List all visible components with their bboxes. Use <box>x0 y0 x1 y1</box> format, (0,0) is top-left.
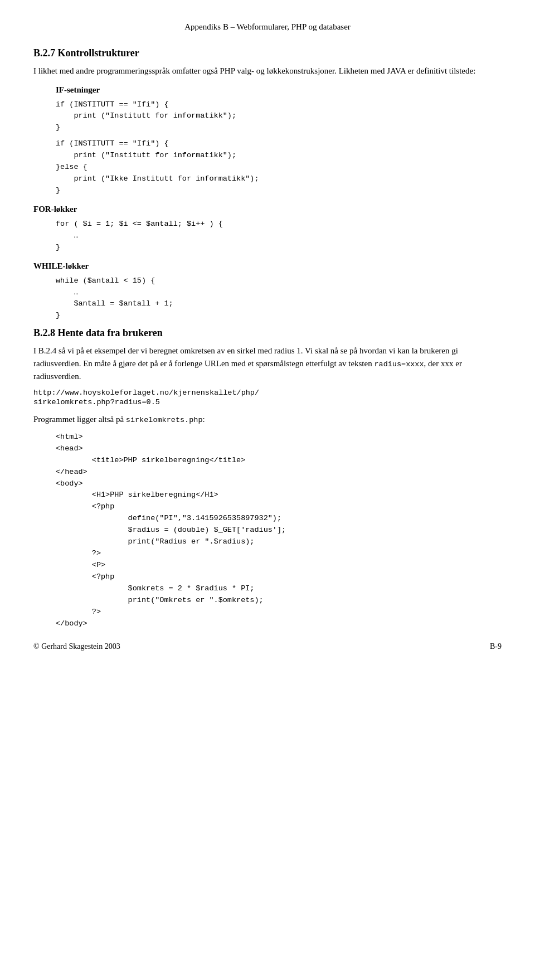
section-b27-intro: I likhet med andre programmeringsspråk o… <box>33 65 502 77</box>
para2-pre: Programmet ligger altså på <box>33 415 126 424</box>
url-line2: sirkelomkrets.php?radius=0.5 <box>33 398 502 406</box>
while-code: while ($antall < 15) { … $antall = $anta… <box>56 275 502 322</box>
footer-right: B-9 <box>490 642 502 651</box>
if-label: IF-setninger <box>56 85 502 95</box>
header-text: Appendiks B – Webformularer, PHP og data… <box>184 22 351 31</box>
section-b27-title: B.2.7 Kontrollstrukturer <box>33 47 502 59</box>
html-code-block: <html> <head> <title>PHP sirkelberegning… <box>56 431 502 630</box>
for-label: FOR-løkker <box>33 205 502 214</box>
para2-code: sirkelomkrets.php <box>126 416 203 424</box>
while-label: WHILE-løkker <box>33 261 502 271</box>
para2-post: : <box>203 415 205 424</box>
section-b28-para1: I B.2.4 så vi på et eksempel der vi bere… <box>33 345 502 382</box>
section-b28-para2: Programmet ligger altså på sirkelomkrets… <box>33 413 502 426</box>
for-code: for ( $i = 1; $i <= $antall; $i++ ) { … … <box>56 219 502 254</box>
url-line1: http://www.hoyskoleforlaget.no/kjernensk… <box>33 389 502 397</box>
if-code2: if (INSTITUTT == "Ifi") { print ("Instit… <box>56 138 502 197</box>
if-code1: if (INSTITUTT == "Ifi") { print ("Instit… <box>56 99 502 134</box>
footer-left: © Gerhard Skagestein 2003 <box>33 642 120 651</box>
page: Appendiks B – Webformularer, PHP og data… <box>0 0 535 668</box>
section-b28-inline1: radius=xxxx <box>374 360 424 368</box>
section-b28-title: B.2.8 Hente data fra brukeren <box>33 327 502 339</box>
page-header: Appendiks B – Webformularer, PHP og data… <box>33 22 502 32</box>
page-footer: © Gerhard Skagestein 2003 B-9 <box>33 642 502 651</box>
